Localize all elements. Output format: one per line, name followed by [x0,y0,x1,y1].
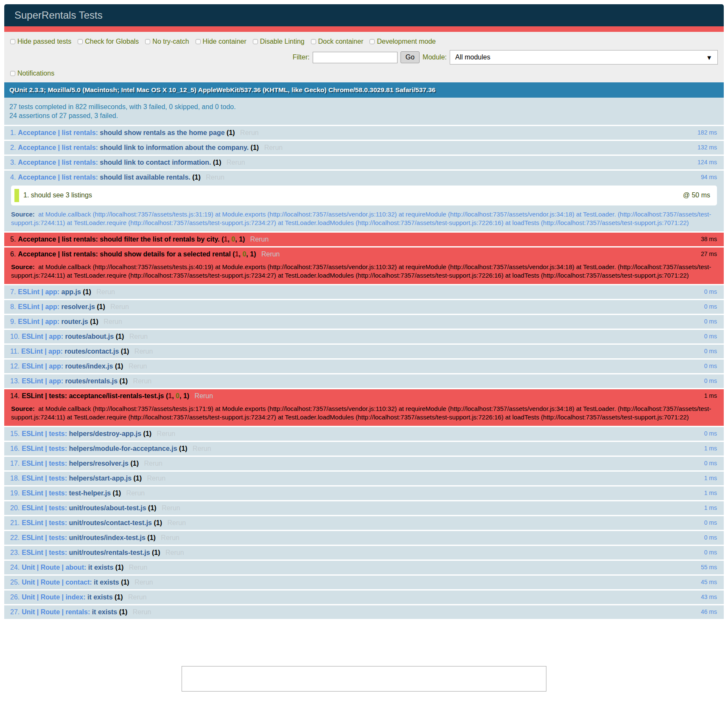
toolbar-checkbox[interactable]: Dock container [311,37,364,46]
test-title[interactable]: 18.ESLint | tests: helpers/start-app.js … [10,475,144,482]
toolbar-checkbox-row: Hide passed tests Check for Globals No t… [10,37,718,46]
toolbar-checkbox-label: No try-catch [152,37,189,46]
assertion-counts-detailed: (1, 0, 1) [166,392,189,399]
test-title[interactable]: 11.ESLint | app: routes/contact.js (1) [10,348,131,355]
test-title[interactable]: 17.ESLint | tests: helpers/resolver.js (… [10,460,140,467]
toolbar-checkbox[interactable]: Hide container [196,37,246,46]
rerun-link[interactable]: Rerun [164,519,189,526]
toolbar-checkbox-input[interactable] [311,39,316,44]
test-list: 182 ms 1.Acceptance | list rentals: shou… [4,126,724,620]
assertion-counts: (1) [121,579,129,586]
passed-count: 0 [176,392,179,399]
assertion-counts: (1) [147,534,156,541]
notifications-checkbox[interactable]: Notifications [10,69,54,78]
assertion-row[interactable]: @ 50 ms 1. should see 3 listings [14,189,714,202]
rerun-link[interactable]: Rerun [126,564,151,571]
test-name: unit/routes/contact-test.js [69,519,152,526]
rerun-link[interactable]: Rerun [258,250,283,258]
rerun-link[interactable]: Rerun [131,348,157,355]
page-title-link[interactable]: SuperRentals Tests [14,9,103,21]
test-title[interactable]: 12.ESLint | app: routes/index.js (1) [10,363,125,370]
rerun-link[interactable]: Rerun [158,504,184,512]
test-name: it exists [92,608,118,616]
toolbar-checkbox[interactable]: Hide passed tests [10,37,71,46]
toolbar-checkbox[interactable]: Development mode [370,37,436,46]
rerun-link[interactable]: Rerun [247,236,272,243]
rerun-link[interactable]: Rerun [237,129,262,136]
test-title[interactable]: 15.ESLint | tests: helpers/destroy-app.j… [10,430,154,437]
test-title[interactable]: 20.ESLint | tests: unit/routes/about-tes… [10,504,158,512]
test-title[interactable]: 27.Unit | Route | rentals: it exists (1) [10,608,129,616]
test-title[interactable]: 7.ESLint | app: app.js (1) [10,288,93,295]
test-runtime: 0 ms [704,377,717,384]
test-name: unit/routes/index-test.js [69,534,145,541]
rerun-link[interactable]: Rerun [130,377,155,385]
filter-input[interactable] [313,52,398,63]
rerun-link[interactable]: Rerun [261,144,286,151]
test-title[interactable]: 22.ESLint | tests: unit/routes/index-tes… [10,534,157,541]
test-title[interactable]: 24.Unit | Route | about: it exists (1) [10,564,126,571]
test-runtime: 55 ms [701,564,717,571]
user-agent-banner: QUnit 2.3.3; Mozilla/5.0 (Macintosh; Int… [4,82,724,98]
test-title[interactable]: 14.ESLint | tests: acceptance/list-renta… [10,392,191,399]
rerun-link[interactable]: Rerun [131,579,157,586]
rerun-link[interactable]: Rerun [191,392,217,399]
go-button[interactable]: Go [400,51,420,63]
test-title[interactable]: 6.Acceptance | list rentals: should show… [10,250,258,258]
module-select[interactable]: All modules ▼ [450,50,718,65]
test-title[interactable]: 2.Acceptance | list rentals: should link… [10,144,261,151]
test-title[interactable]: 25.Unit | Route | contact: it exists (1) [10,579,131,586]
test-row: 1 ms 19.ESLint | tests: test-helper.js (… [4,486,724,501]
test-title[interactable]: 1.Acceptance | list rentals: should show… [10,129,237,136]
toolbar-checkbox-input[interactable] [10,39,15,44]
rerun-link[interactable]: Rerun [189,445,215,452]
toolbar-checkbox-input[interactable] [253,39,258,44]
notifications-checkbox-input[interactable] [10,71,15,76]
rerun-link[interactable]: Rerun [162,549,188,556]
toolbar-checkbox-input[interactable] [196,39,201,44]
test-title[interactable]: 26.Unit | Route | index: it exists (1) [10,593,125,601]
rerun-link[interactable]: Rerun [93,288,118,295]
rerun-link[interactable]: Rerun [154,430,179,437]
test-runtime: 124 ms [697,159,717,166]
test-title[interactable]: 3.Acceptance | list rentals: should link… [10,159,223,166]
assertion-counts: (1) [119,608,128,616]
test-row: 1 ms 20.ESLint | tests: unit/routes/abou… [4,501,724,516]
rerun-link[interactable]: Rerun [202,174,228,181]
rerun-link[interactable]: Rerun [126,333,151,340]
test-title[interactable]: 13.ESLint | app: routes/rentals.js (1) [10,377,130,385]
test-title[interactable]: 8.ESLint | app: resolver.js (1) [10,303,107,310]
rerun-link[interactable]: Rerun [107,303,132,310]
toolbar-checkbox[interactable]: Disable Linting [253,37,305,46]
test-title[interactable]: 19.ESLint | tests: test-helper.js (1) [10,489,123,497]
toolbar-checkbox[interactable]: No try-catch [145,37,189,46]
rerun-link[interactable]: Rerun [100,318,126,325]
rerun-link[interactable]: Rerun [157,534,183,541]
toolbar-checkbox-input[interactable] [78,39,83,44]
notifications-label: Notifications [17,69,54,78]
test-title[interactable]: 5.Acceptance | list rentals: should filt… [10,236,247,243]
rerun-link[interactable]: Rerun [129,608,155,616]
module-name: ESLint | app: [22,333,63,340]
test-number: 21. [10,519,20,526]
test-number: 9. [10,318,16,325]
test-title[interactable]: 16.ESLint | tests: helpers/module-for-ac… [10,445,189,452]
test-title[interactable]: 23.ESLint | tests: unit/routes/rentals-t… [10,549,162,556]
rerun-link[interactable]: Rerun [140,460,166,467]
test-title[interactable]: 4.Acceptance | list rentals: should list… [10,174,202,181]
toolbar-checkbox[interactable]: Check for Globals [78,37,139,46]
test-title[interactable]: 10.ESLint | app: routes/about.js (1) [10,333,126,340]
source-trace: at Module.callback (http://localhost:735… [11,211,711,226]
toolbar-checkbox-input[interactable] [370,39,375,44]
rerun-link[interactable]: Rerun [144,475,169,482]
passed-count: 0 [242,250,246,258]
toolbar-checkbox-input[interactable] [145,39,150,44]
test-runtime: 94 ms [701,174,717,180]
test-title[interactable]: 21.ESLint | tests: unit/routes/contact-t… [10,519,164,526]
rerun-link[interactable]: Rerun [125,593,150,601]
test-name: router.js [62,318,88,325]
rerun-link[interactable]: Rerun [125,363,151,370]
rerun-link[interactable]: Rerun [223,159,249,166]
rerun-link[interactable]: Rerun [123,489,148,497]
test-title[interactable]: 9.ESLint | app: router.js (1) [10,318,100,325]
